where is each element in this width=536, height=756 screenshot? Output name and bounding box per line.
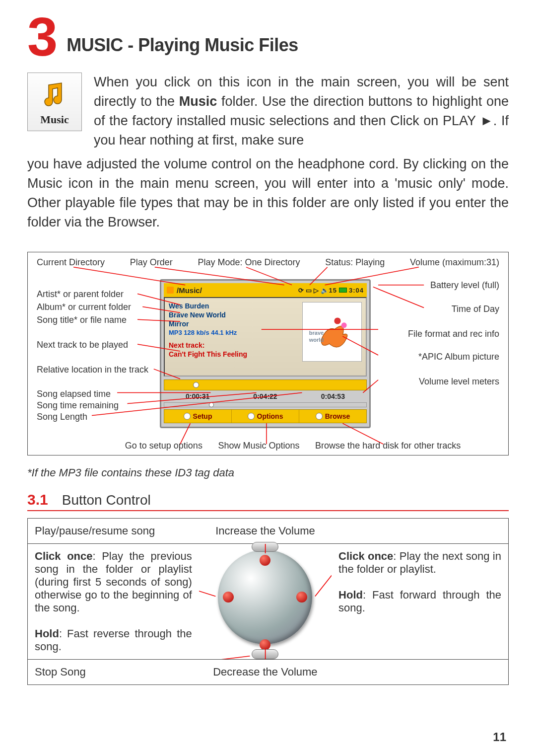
dpad-down-dot[interactable]: [260, 639, 270, 650]
softkey-setup[interactable]: Setup: [164, 410, 232, 423]
cell-next-hold: Click once: Play the next song in the fo…: [332, 544, 508, 660]
svg-line-29: [315, 575, 332, 596]
label-artist: Artist* or parent folder: [37, 289, 124, 300]
label-play-mode: Play Mode: One Directory: [198, 257, 300, 268]
label-elapsed: Song elapsed time: [37, 389, 111, 399]
subsection-title: Button Control: [62, 492, 151, 508]
softkey-browse[interactable]: Browse: [299, 410, 366, 423]
chapter-title: MUSIC - Playing Music Files: [67, 35, 298, 56]
dpad-top-button[interactable]: [252, 542, 278, 552]
svg-line-28: [199, 591, 215, 597]
label-status: Status: Playing: [325, 257, 385, 268]
volume-value: 15: [329, 287, 337, 294]
label-battery: Battery level (full): [430, 280, 499, 291]
label-apic: *APIC Album picture: [418, 352, 499, 362]
svg-text:world: world: [309, 337, 324, 343]
label-browse-disk: Browse the hard disk for other tracks: [315, 441, 461, 451]
cell-empty-top: [332, 519, 508, 544]
intro-paragraph-start: When you click on this icon in the main …: [94, 73, 509, 151]
repeat-icon: ⟳: [298, 287, 304, 294]
search-icon: [316, 413, 323, 420]
label-format: File format and rec info: [408, 329, 499, 339]
progress-bar: [164, 379, 367, 390]
music-icon-label: Music: [40, 113, 68, 126]
svg-line-19: [373, 287, 424, 308]
time-elapsed: 0:00:31: [186, 392, 209, 400]
cell-empty-bottom: [332, 660, 508, 685]
label-volume-max: Volume (maximum:31): [410, 257, 499, 268]
magnifier-icon: [184, 413, 191, 420]
button-control-table: Play/pause/resume song Increase the Volu…: [27, 518, 509, 685]
id3-footnote: *If the MP3 file contains these ID3 tag …: [27, 466, 509, 479]
label-vu-meters: Volume level meters: [419, 377, 499, 387]
note-small-icon: [248, 413, 255, 420]
svg-line-30: [199, 656, 250, 659]
intro-paragraph-cont: you have adjusted the volume control on …: [27, 154, 509, 232]
music-folder-icon: Music: [27, 73, 82, 131]
chapter-number: 3: [27, 15, 56, 59]
device-titlebar: /Music/ ⟳ ▭ ▷ 🔈 15 3:04: [164, 283, 367, 297]
album-art: brave world: [302, 302, 362, 362]
softkey-options[interactable]: Options: [232, 410, 299, 423]
clock-value: 3:04: [349, 287, 364, 294]
double-note-icon: [37, 77, 72, 112]
folder-icon: ▭: [306, 287, 312, 294]
cell-stop-song: Stop Song: [28, 660, 199, 685]
device-screen: /Music/ ⟳ ▭ ▷ 🔈 15 3:04 Wes Burden Brave…: [160, 279, 371, 428]
speaker-icon: 🔈: [321, 287, 329, 294]
label-album: Album* or current folder: [37, 302, 131, 312]
volume-slider: [164, 402, 367, 407]
label-length: Song Length: [37, 412, 87, 422]
cell-decrease-volume: Decrease the Volume: [199, 660, 332, 685]
label-goto-setup: Go to setup options: [125, 441, 202, 451]
player-screenshot-figure: Current Directory Play Order Play Mode: …: [27, 252, 509, 455]
page-number: 11: [493, 730, 506, 744]
time-remaining: 0:04:22: [253, 392, 277, 400]
dpad-bottom-button[interactable]: [252, 649, 278, 659]
label-show-options: Show Music Options: [218, 441, 299, 451]
label-remaining: Song time remaining: [37, 400, 119, 411]
label-songtitle: Song title* or file name: [37, 315, 127, 325]
svg-point-2: [341, 322, 347, 328]
label-current-directory: Current Directory: [37, 257, 105, 268]
current-path: /Music/: [177, 286, 202, 295]
direction-pad: [218, 550, 312, 644]
label-rel-location: Relative location in the track: [37, 365, 148, 375]
note-icon: [167, 287, 174, 294]
battery-icon: [339, 288, 347, 293]
cell-play-pause: Play/pause/resume song: [28, 519, 199, 544]
svg-point-1: [334, 318, 340, 324]
play-status-icon: ▷: [314, 287, 319, 294]
label-time-of-day: Time of Day: [452, 304, 499, 314]
cell-prev-hold: Click once: Play the previous song in th…: [28, 544, 199, 660]
label-play-order: Play Order: [130, 257, 173, 268]
device-body: Wes Burden Brave New World Mirror MP3 12…: [164, 297, 367, 377]
dpad-left-dot[interactable]: [223, 592, 234, 603]
dpad-right-dot[interactable]: [296, 592, 307, 603]
subsection-number: 3.1: [27, 491, 48, 508]
label-next-track: Next track to be played: [37, 340, 128, 350]
svg-text:brave: brave: [309, 330, 324, 336]
time-total: 0:04:53: [321, 392, 345, 400]
cell-increase-volume: Increase the Volume: [199, 519, 332, 544]
dpad-up-dot[interactable]: [260, 555, 270, 566]
